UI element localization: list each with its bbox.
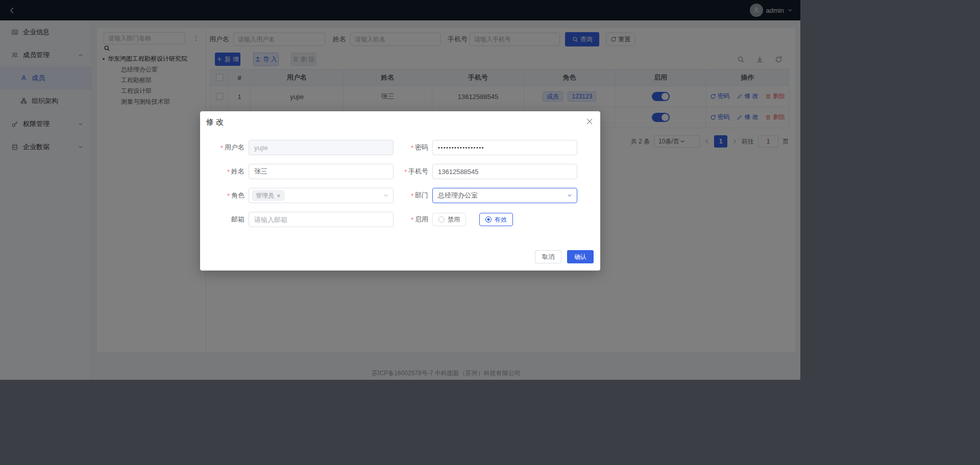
chevron-down-icon — [383, 192, 389, 199]
confirm-button[interactable]: 确认 — [567, 250, 594, 263]
name-field[interactable] — [249, 164, 394, 179]
browser-viewport: admin 企业信息 成员管理 成员 组织架构 — [0, 0, 800, 380]
radio-circle-icon — [485, 216, 492, 223]
phone-label: *手机号 — [399, 167, 432, 176]
required-asterisk: * — [404, 168, 407, 176]
phone-field[interactable] — [432, 164, 577, 179]
required-asterisk: * — [411, 144, 413, 152]
edit-dialog: 修 改 *用户名 *密码 *姓名 — [200, 111, 600, 271]
chevron-down-icon — [567, 192, 573, 199]
department-select[interactable]: 总经理办公室 — [432, 188, 577, 203]
required-asterisk: * — [227, 168, 230, 176]
dialog-footer: 取消 确认 — [535, 250, 594, 263]
email-field[interactable] — [249, 212, 394, 227]
enabled-label: *启用 — [399, 215, 432, 224]
username-label: *用户名 — [202, 143, 249, 152]
name-label: *姓名 — [202, 167, 249, 176]
department-label: *部门 — [399, 191, 432, 200]
password-field[interactable] — [432, 140, 577, 155]
radio-enabled[interactable]: 有效 — [479, 213, 513, 226]
dialog-title: 修 改 — [206, 117, 224, 127]
radio-circle-icon — [438, 216, 445, 223]
selected-role-tag: 管理员 × — [252, 190, 284, 201]
screen: admin 企业信息 成员管理 成员 组织架构 — [0, 0, 980, 465]
username-field[interactable] — [249, 140, 394, 155]
required-asterisk: * — [411, 192, 413, 200]
close-icon[interactable] — [585, 117, 594, 126]
required-asterisk: * — [411, 216, 413, 224]
radio-disabled[interactable]: 禁用 — [432, 213, 466, 226]
cancel-button[interactable]: 取消 — [535, 250, 561, 263]
required-asterisk: * — [227, 192, 230, 200]
remove-tag-icon[interactable]: × — [277, 192, 281, 199]
dialog-form: *用户名 *密码 *姓名 *手机号 — [202, 140, 600, 236]
role-select[interactable]: 管理员 × — [249, 188, 394, 203]
role-label: *角色 — [202, 191, 249, 200]
required-asterisk: * — [220, 144, 223, 152]
password-label: *密码 — [399, 143, 432, 152]
email-label: 邮箱 — [202, 215, 249, 224]
